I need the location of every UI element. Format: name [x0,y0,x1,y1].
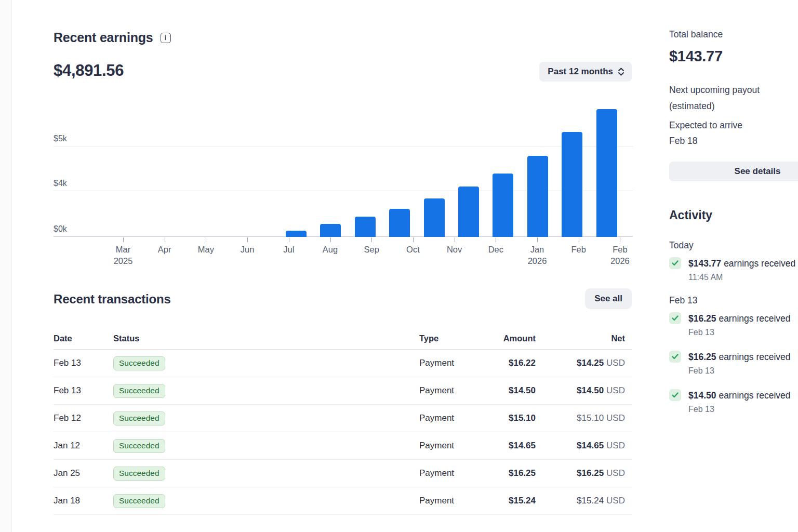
earnings-bar[interactable] [493,174,513,237]
next-payout-label: Next upcoming payout (estimated) [669,82,790,114]
status-badge: Succeeded [113,356,165,370]
x-axis-tick [496,237,496,242]
x-axis-tick-label: Apr [143,244,187,255]
cell-amount: $16.22 [476,358,536,368]
main-content: Recent earnings i $4,891.56 Past 12 mont… [54,0,632,532]
cell-type: Payment [419,413,476,423]
earnings-bar[interactable] [458,187,479,237]
activity-item-amount: $16.25 [688,313,716,324]
status-badge: Succeeded [113,494,165,508]
table-row[interactable]: Jan 25SucceededPayment$16.25$16.25USD [54,460,632,487]
table-row[interactable]: Feb 13SucceededPayment$14.50$14.50USD [54,377,632,405]
table-row[interactable]: Feb 13SucceededPayment$16.22$14.25USD [54,350,632,377]
status-badge: Succeeded [113,467,165,481]
x-axis-tick-label: Aug [309,244,352,255]
see-details-button[interactable]: See details [669,162,798,181]
net-value: $15.10 [577,413,604,423]
net-value: $14.50 [577,385,604,395]
check-icon [669,312,681,324]
x-axis-tick-label: Jan2026 [515,244,559,267]
cell-net: $16.25USD [536,468,625,478]
earnings-bar[interactable] [424,198,445,237]
see-all-button[interactable]: See all [585,288,632,309]
x-axis-tick [289,237,289,242]
cell-amount: $14.65 [476,441,536,451]
cell-net: $15.10USD [536,413,625,423]
earnings-bar[interactable] [286,231,307,237]
x-axis-tick [620,237,620,242]
table-row[interactable]: Feb 12SucceededPayment$15.10$15.10USD [54,405,632,432]
table-row[interactable]: Jan 18SucceededPayment$15.24$15.24USD [54,487,632,515]
cell-date: Jan 12 [54,441,113,451]
activity-group: Today$143.77 earnings received11:45 AM [669,240,798,282]
recent-transactions-title: Recent transactions [54,292,171,307]
activity-item-text: $143.77 earnings received [688,257,795,270]
activity-group-label: Feb 13 [669,295,798,306]
left-edge-divider [0,0,11,532]
activity-item-line: $16.25 earnings received [669,350,798,364]
cell-net: $15.24USD [536,496,625,506]
x-axis-tick-label: Feb [557,244,601,255]
activity-item-time: Feb 13 [688,366,798,376]
cell-type: Payment [419,496,476,506]
activity-item-line: $143.77 earnings received [669,257,798,270]
status-badge: Succeeded [113,384,165,398]
cell-date: Jan 18 [54,496,113,506]
y-axis-tick-label: $5k [54,134,67,144]
check-icon [669,257,681,269]
earnings-bar[interactable] [320,224,341,237]
cell-status: Succeeded [113,411,419,425]
column-header-amount: Amount [476,334,536,343]
total-balance-amount: $143.77 [669,48,723,65]
x-axis-tick [330,237,331,242]
earnings-bar[interactable] [596,109,617,237]
earnings-bar[interactable] [389,209,410,237]
x-axis-tick-label: Dec [474,244,517,255]
x-axis-tick [537,237,538,242]
activity-item[interactable]: $14.50 earnings receivedFeb 13 [669,389,798,414]
cell-amount: $16.25 [476,468,536,478]
check-icon [669,351,681,363]
x-axis-tick [579,237,579,242]
activity-item-text: $16.25 earnings received [688,350,791,364]
activity-title: Activity [669,208,712,222]
net-currency: USD [606,496,625,506]
x-axis-tick-label: May [184,244,228,255]
x-axis-tick-label: Jun [225,244,269,255]
x-axis-tick [123,237,124,242]
transactions-header-row: Date Status Type Amount Net [54,327,632,350]
cell-type: Payment [419,385,476,396]
activity-group-label: Today [669,240,798,251]
activity-item[interactable]: $16.25 earnings receivedFeb 13 [669,350,798,376]
earnings-bar[interactable] [355,217,376,237]
x-axis-tick [206,237,206,242]
activity-item[interactable]: $143.77 earnings received11:45 AM [669,257,798,282]
cell-status: Succeeded [113,494,419,508]
activity-item-amount: $14.50 [688,390,716,401]
x-axis-tick [413,237,414,242]
net-value: $14.65 [577,441,604,450]
x-axis-tick-label: Nov [433,244,476,255]
cell-date: Feb 13 [54,358,113,368]
y-axis-tick-label: $4k [54,178,67,189]
activity-item-line: $16.25 earnings received [669,312,798,325]
activity-item-text: $14.50 earnings received [688,389,791,402]
chart-gridline [54,146,633,147]
column-header-type: Type [419,334,476,343]
x-axis-tick [371,237,372,242]
table-row[interactable]: Jan 12SucceededPayment$14.65$14.65USD [54,432,632,460]
column-header-net: Net [536,334,625,343]
expected-arrive-date: Feb 18 [669,136,697,147]
cell-net: $14.25USD [536,358,625,368]
cell-net: $14.65USD [536,441,625,451]
activity-group: Feb 13$16.25 earnings receivedFeb 13$16.… [669,295,798,414]
earnings-bar[interactable] [527,156,548,237]
x-axis-tick [165,237,165,242]
activity-item[interactable]: $16.25 earnings receivedFeb 13 [669,312,798,337]
x-axis-tick-label: Oct [391,244,435,255]
earnings-bar[interactable] [562,132,582,237]
transactions-rows: Feb 13SucceededPayment$16.22$14.25USDFeb… [54,350,632,515]
check-icon [669,389,681,401]
activity-item-amount: $143.77 [688,258,721,269]
cell-amount: $15.10 [476,413,536,423]
